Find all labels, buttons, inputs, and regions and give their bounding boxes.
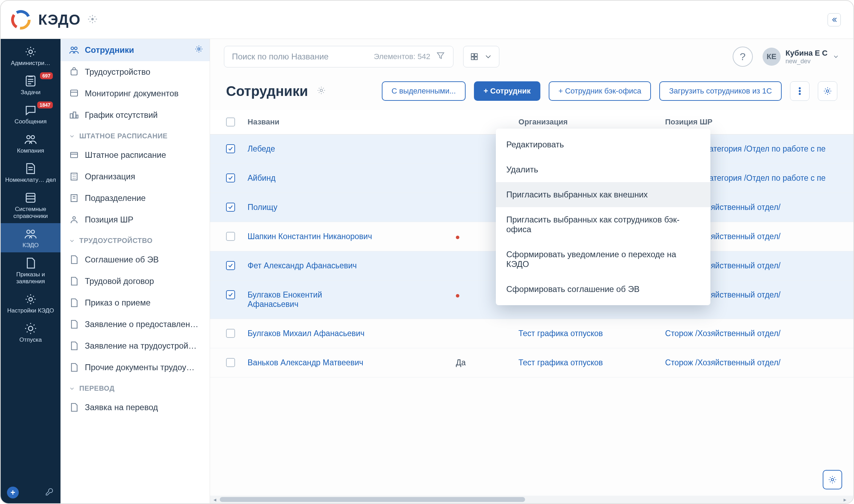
rail-item-orders[interactable]: Приказы и заявления <box>1 252 61 288</box>
no-layoff-cell <box>450 319 512 348</box>
rail-item-settings[interactable]: Настройки КЭДО <box>1 288 61 318</box>
sidebar-item-employment[interactable]: Трудоустройство <box>61 61 210 83</box>
col-name[interactable]: Названи <box>241 110 450 135</box>
menu-item-delete[interactable]: Удалить <box>496 157 710 182</box>
svg-point-12 <box>29 326 33 331</box>
table-row[interactable]: Ваньков Александр МатвеевичДаТест график… <box>210 348 853 377</box>
view-mode-select[interactable] <box>463 46 499 67</box>
svg-point-24 <box>73 217 75 219</box>
svg-rect-18 <box>70 114 73 118</box>
position-cell: Сторож /Хозяйственный отдел/ <box>659 319 853 348</box>
sidebar-item-position[interactable]: Позиция ШР <box>61 209 210 230</box>
rail-item-nomenclature[interactable]: Номенклату… дел <box>1 158 61 187</box>
table-row[interactable]: Булгаков Михаил АфанасьевичТест графика … <box>210 319 853 348</box>
rail-item-messages[interactable]: 1847 Сообщения <box>1 99 61 129</box>
chevron-down-icon <box>832 53 839 60</box>
sidebar-item-ev-agreement[interactable]: Соглашение об ЭВ <box>61 249 210 270</box>
app-logo <box>10 9 31 30</box>
row-checkbox[interactable] <box>226 329 235 338</box>
svg-point-13 <box>71 47 74 50</box>
sidebar-item-contract[interactable]: Трудовой договор <box>61 270 210 292</box>
sidebar-item-staffing[interactable]: Штатное расписание <box>61 144 210 166</box>
employee-link[interactable]: Лебеде <box>248 144 373 154</box>
sidebar-item-other-docs[interactable]: Прочие документы трудоу… <box>61 357 210 378</box>
row-checkbox[interactable] <box>226 261 235 270</box>
svg-point-30 <box>799 88 800 89</box>
search-field[interactable]: Поиск по полю Название Элементов: 542 <box>224 46 453 67</box>
sidebar-item-hire-order[interactable]: Приказ о приеме <box>61 292 210 314</box>
employee-link[interactable]: Булгаков Енокентий Афанасьевич <box>248 290 373 309</box>
menu-item-invite-external[interactable]: Пригласить выбранных как внешних <box>496 182 710 207</box>
rail-item-vacation[interactable]: Отпуска <box>1 318 61 347</box>
help-button[interactable]: ? <box>733 47 753 67</box>
employee-link[interactable]: Фет Александр Афанасьевич <box>248 261 373 270</box>
table-settings-button[interactable] <box>818 81 837 101</box>
sidebar-item-monitoring[interactable]: Мониторинг документов <box>61 83 210 104</box>
add-employee-button[interactable]: + Сотрудник <box>474 81 540 101</box>
import-1c-button[interactable]: Загрузить сотрудников из 1С <box>659 81 782 101</box>
avatar: КЕ <box>763 48 781 66</box>
sidebar-item-absence[interactable]: График отсутствий <box>61 104 210 126</box>
sidebar-item-transfer-req[interactable]: Заявка на перевод <box>61 397 210 418</box>
svg-rect-27 <box>472 57 474 60</box>
sidebar-group-staffing[interactable]: ШТАТНОЕ РАСПИСАНИЕ <box>61 126 210 144</box>
svg-point-14 <box>74 47 77 50</box>
svg-point-34 <box>831 479 834 481</box>
row-checkbox[interactable] <box>226 358 235 367</box>
employee-link[interactable]: Булгаков Михаил Афанасьевич <box>248 329 373 338</box>
collapse-sidebar-button[interactable] <box>828 13 841 26</box>
row-checkbox[interactable] <box>226 203 235 212</box>
wrench-icon[interactable] <box>45 487 54 498</box>
employee-link[interactable]: Шапкин Константин Никанорович <box>248 232 373 241</box>
gear-icon[interactable] <box>316 86 326 97</box>
row-checkbox[interactable] <box>226 173 235 182</box>
svg-point-7 <box>31 136 35 139</box>
employee-link[interactable]: Ваньков Александр Матвеевич <box>248 358 373 367</box>
search-placeholder: Поиск по полю Название <box>232 52 329 62</box>
svg-point-4 <box>29 50 32 54</box>
svg-point-29 <box>320 89 322 92</box>
app-title: КЭДО <box>38 11 81 28</box>
sidebar-item-employ-app[interactable]: Заявление на трудоустрой… <box>61 335 210 357</box>
svg-rect-8 <box>26 193 35 202</box>
floating-settings-button[interactable] <box>823 470 842 489</box>
sidebar-item-grant-app[interactable]: Заявление о предоставлен… <box>61 314 210 335</box>
employee-link[interactable]: Айбинд <box>248 173 373 183</box>
menu-item-notify-kedo[interactable]: Сформировать уведомление о переходе на К… <box>496 242 710 277</box>
sidebar: Сотрудники Трудоустройство Мониторинг до… <box>61 39 210 503</box>
sidebar-item-employees[interactable]: Сотрудники <box>61 39 210 61</box>
menu-item-invite-backoffice[interactable]: Пригласить выбранных как сотрудников бэк… <box>496 207 710 242</box>
add-backoffice-button[interactable]: + Сотрудник бэк-офиса <box>549 81 651 101</box>
bulk-actions-button[interactable]: С выделенными... <box>382 81 466 101</box>
select-all-checkbox[interactable] <box>226 117 235 127</box>
rail-item-tasks[interactable]: 697 Задачи <box>1 70 61 99</box>
sidebar-item-organization[interactable]: Организация <box>61 166 210 187</box>
tasks-badge: 697 <box>40 72 53 79</box>
rail-item-sysref[interactable]: Системные справочники <box>1 187 61 223</box>
messages-badge: 1847 <box>37 101 53 108</box>
user-menu[interactable]: КЕ Кубина Е С new_dev <box>763 48 839 66</box>
more-button[interactable] <box>790 81 809 101</box>
horizontal-scrollbar[interactable]: ◂▸ <box>210 496 853 503</box>
gear-icon[interactable] <box>88 14 97 25</box>
gear-icon[interactable] <box>194 44 203 56</box>
row-checkbox[interactable] <box>226 290 235 299</box>
rail-item-admin[interactable]: Администри… <box>1 41 61 70</box>
rail-item-company[interactable]: Компания <box>1 129 61 158</box>
svg-point-11 <box>29 298 32 301</box>
rail-add-button[interactable]: + <box>7 487 19 498</box>
menu-item-make-ev[interactable]: Сформировать соглашение об ЭВ <box>496 277 710 302</box>
sidebar-group-employment[interactable]: ТРУДОУСТРОЙСТВО <box>61 230 210 249</box>
rail-item-kedo[interactable]: КЭДО <box>1 223 61 252</box>
menu-item-edit[interactable]: Редактировать <box>496 132 710 157</box>
svg-point-6 <box>27 136 30 139</box>
row-checkbox[interactable] <box>226 232 235 241</box>
page-title: Сотрудники <box>226 83 308 99</box>
org-cell: Тест графика отпусков <box>512 319 659 348</box>
svg-point-32 <box>799 93 800 95</box>
filter-icon[interactable] <box>436 51 445 63</box>
sidebar-item-division[interactable]: Подразделение <box>61 187 210 209</box>
row-checkbox[interactable] <box>226 144 235 153</box>
employee-link[interactable]: Полищу <box>248 203 373 212</box>
sidebar-group-transfer[interactable]: ПЕРЕВОД <box>61 378 210 397</box>
